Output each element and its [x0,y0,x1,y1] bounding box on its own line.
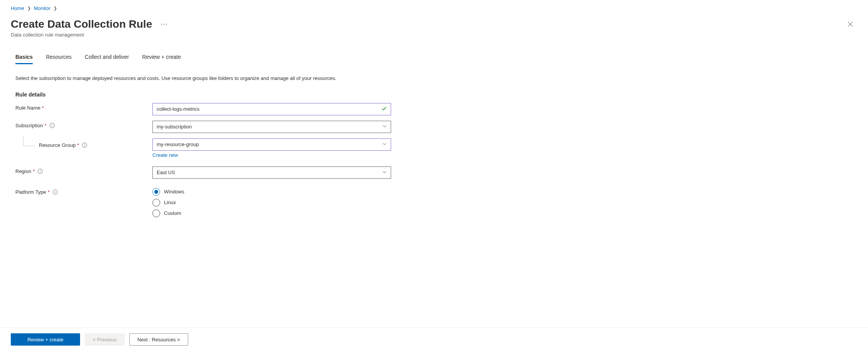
breadcrumb: Home ❯ Monitor ❯ [0,0,868,11]
required-marker: * [48,189,50,195]
row-platform-type: Platform Type * i Windows Linux Custom [15,187,408,217]
select-value: East US [157,170,175,175]
tab-collect-deliver[interactable]: Collect and deliver [85,54,129,64]
row-resource-group: Resource Group * i my-resource-group Cre… [15,138,408,158]
radio-label: Linux [164,200,176,205]
required-marker: * [42,105,44,111]
radio-icon [152,188,160,196]
label-text: Platform Type [15,189,46,195]
label-platform-type: Platform Type * i [15,187,152,195]
subscription-select[interactable]: my-subscription [152,121,391,133]
chevron-right-icon: ❯ [27,6,31,11]
checkmark-icon [381,106,387,112]
info-icon[interactable]: i [82,143,87,148]
rule-name-input[interactable]: collect-logs-metrics [152,103,391,115]
create-new-link[interactable]: Create new [152,152,178,158]
title-row: Create Data Collection Rule ⋯ [0,11,868,30]
label-text: Subscription [15,123,43,128]
radio-custom[interactable]: Custom [152,210,391,217]
row-subscription: Subscription * i my-subscription [15,121,408,133]
chevron-down-icon [382,124,387,130]
form: Rule Name * collect-logs-metrics Subscri… [15,103,408,217]
radio-linux[interactable]: Linux [152,199,391,206]
info-icon[interactable]: i [53,190,58,195]
input-value: collect-logs-metrics [157,106,199,112]
radio-label: Windows [164,189,184,195]
row-rule-name: Rule Name * collect-logs-metrics [15,103,408,115]
info-icon[interactable]: i [38,169,43,174]
more-actions-button[interactable]: ⋯ [161,20,168,28]
platform-type-radio-group: Windows Linux Custom [152,187,391,217]
label-subscription: Subscription * i [15,121,152,128]
label-text: Region [15,168,31,174]
previous-button: < Previous [85,333,125,346]
radio-icon [152,199,160,206]
radio-label: Custom [164,210,181,216]
required-marker: * [33,168,35,174]
tab-description: Select the subscription to manage deploy… [15,75,373,82]
required-marker: * [77,142,79,148]
row-region: Region * i East US [15,166,408,179]
close-icon [848,22,853,27]
radio-icon [152,210,160,217]
region-select[interactable]: East US [152,166,391,179]
review-create-button[interactable]: Review + create [11,333,80,346]
close-button[interactable] [844,18,856,30]
tab-resources[interactable]: Resources [46,54,72,64]
label-text: Resource Group [39,142,75,148]
chevron-right-icon: ❯ [54,6,57,11]
next-button[interactable]: Next : Resources > [129,333,188,346]
tabs: Basics Resources Collect and deliver Rev… [15,54,868,64]
section-rule-details: Rule details [15,91,868,98]
info-icon[interactable]: i [50,123,55,128]
chevron-down-icon [382,141,387,147]
footer-bar: Review + create < Previous Next : Resour… [0,328,868,351]
required-marker: * [45,123,47,128]
resource-group-select[interactable]: my-resource-group [152,138,391,151]
tab-review-create[interactable]: Review + create [142,54,181,64]
tab-basics[interactable]: Basics [15,54,33,64]
select-value: my-subscription [157,124,192,130]
page-subtitle: Data collection rule management [0,30,868,38]
chevron-down-icon [382,170,387,175]
breadcrumb-home[interactable]: Home [11,5,24,11]
select-value: my-resource-group [157,141,199,147]
radio-windows[interactable]: Windows [152,188,391,196]
page-title: Create Data Collection Rule [11,18,152,30]
breadcrumb-monitor[interactable]: Monitor [34,5,50,11]
label-rule-name: Rule Name * [15,103,152,111]
label-region: Region * i [15,166,152,174]
label-text: Rule Name [15,105,40,111]
label-resource-group: Resource Group * i [15,138,152,150]
